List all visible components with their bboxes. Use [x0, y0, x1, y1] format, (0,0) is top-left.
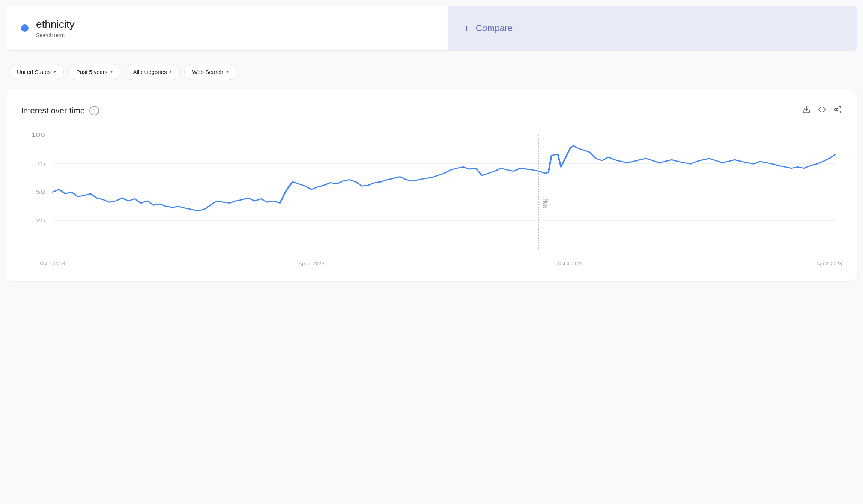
search-type-label: Web Search: [192, 69, 223, 75]
search-term-dot: [21, 24, 29, 32]
region-filter[interactable]: United States ▾: [9, 64, 64, 80]
category-filter[interactable]: All categories ▾: [125, 64, 180, 80]
svg-line-5: [837, 108, 839, 109]
chart-header: Interest over time ?: [21, 105, 842, 116]
chart-title-group: Interest over time ?: [21, 106, 99, 116]
share-icon[interactable]: [834, 105, 842, 116]
term-name: ethnicity: [36, 18, 75, 31]
svg-text:100: 100: [31, 132, 45, 138]
interest-chart: 100 75 50 25 Note: [21, 131, 842, 258]
svg-line-4: [837, 110, 839, 111]
time-range-chevron-icon: ▾: [110, 69, 113, 74]
time-range-label: Past 5 years: [76, 69, 107, 75]
svg-text:Note: Note: [542, 199, 549, 208]
x-label-1: Oct 7, 2018: [40, 261, 65, 266]
term-label: Search term: [36, 32, 75, 38]
term-text: ethnicity Search term: [36, 18, 75, 38]
x-label-2: Apr 5, 2020: [299, 261, 324, 266]
category-label: All categories: [133, 69, 167, 75]
chart-title: Interest over time: [21, 106, 85, 116]
chart-section: Interest over time ?: [6, 90, 857, 281]
compare-plus-icon: +: [463, 22, 469, 34]
compare-card[interactable]: + Compare: [448, 6, 857, 50]
x-label-4: Apr 2, 2023: [817, 261, 842, 266]
time-range-filter[interactable]: Past 5 years ▾: [68, 64, 120, 80]
compare-label: Compare: [476, 23, 513, 33]
region-chevron-icon: ▾: [54, 69, 56, 74]
top-section: ethnicity Search term + Compare: [6, 6, 857, 50]
search-type-chevron-icon: ▾: [226, 69, 229, 74]
chart-actions: [802, 105, 842, 116]
svg-text:75: 75: [36, 160, 45, 166]
svg-text:25: 25: [36, 217, 45, 224]
chart-container: 100 75 50 25 Note Oct 7, 2018 Apr 5, 202…: [21, 131, 842, 258]
category-chevron-icon: ▾: [170, 69, 172, 74]
svg-text:50: 50: [36, 189, 45, 195]
help-icon[interactable]: ?: [89, 106, 99, 116]
search-type-filter[interactable]: Web Search ▾: [184, 64, 236, 80]
embed-icon[interactable]: [818, 105, 826, 116]
download-icon[interactable]: [802, 105, 810, 116]
region-label: United States: [17, 69, 51, 75]
x-label-3: Oct 3, 2021: [558, 261, 583, 266]
search-term-card: ethnicity Search term: [6, 6, 448, 50]
filters-section: United States ▾ Past 5 years ▾ All categ…: [0, 56, 863, 87]
